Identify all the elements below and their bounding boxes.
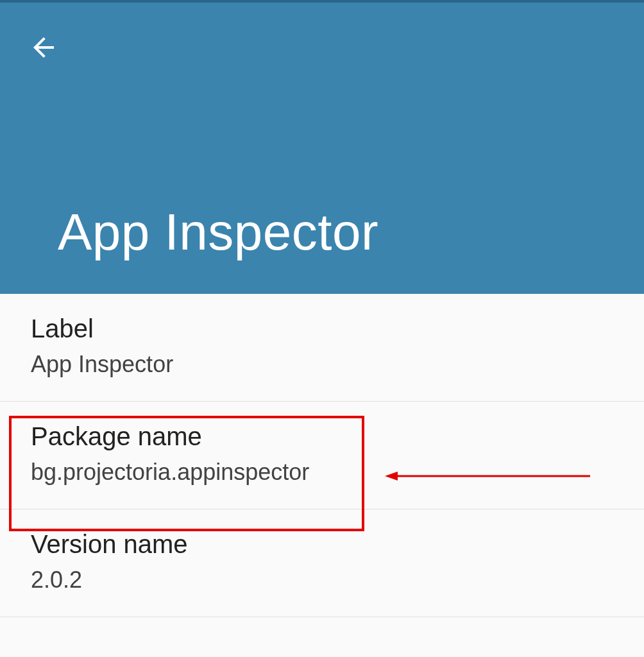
app-header: App Inspector	[0, 3, 644, 294]
list-item-label[interactable]: Label App Inspector	[0, 294, 644, 402]
list-item-value: bg.projectoria.appinspector	[31, 459, 613, 486]
back-arrow-icon	[28, 32, 59, 65]
list-item-title: Version name	[31, 530, 613, 559]
list-item-value: App Inspector	[31, 351, 613, 378]
list-item-title: Package name	[31, 422, 613, 451]
back-button[interactable]	[26, 31, 62, 67]
list-item-title: Label	[31, 314, 613, 343]
list-item-version-name[interactable]: Version name 2.0.2	[0, 509, 644, 617]
list-item-package-name[interactable]: Package name bg.projectoria.appinspector	[0, 402, 644, 509]
details-list: Label App Inspector Package name bg.proj…	[0, 294, 644, 617]
list-item-value: 2.0.2	[31, 567, 613, 593]
page-title: App Inspector	[58, 203, 378, 262]
